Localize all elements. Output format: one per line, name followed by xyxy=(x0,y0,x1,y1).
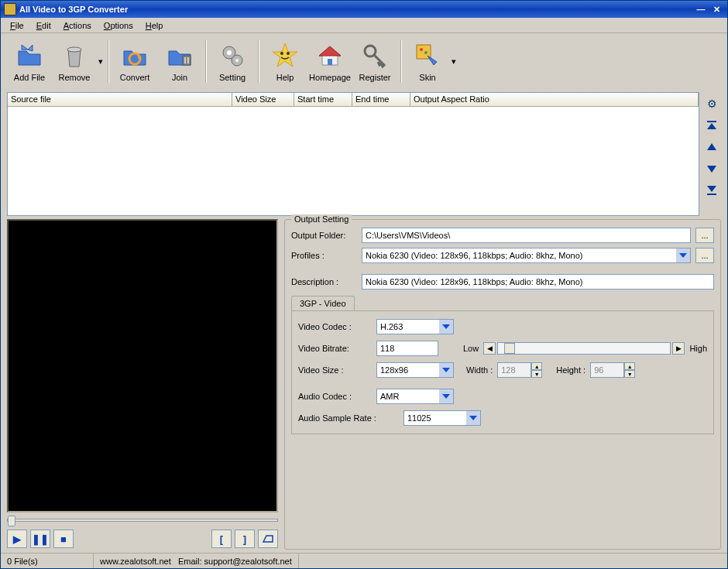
file-list[interactable]: Source file Video Size Start time End ti… xyxy=(7,92,699,216)
remove-dropdown[interactable]: ▾ xyxy=(97,57,105,67)
statusbar: 0 File(s) www.zealotsoft.net Email: supp… xyxy=(1,553,727,568)
tab-3gp-video[interactable]: 3GP - Video xyxy=(291,296,355,310)
stop-button[interactable]: ■ xyxy=(53,530,74,548)
skin-button[interactable]: Skin xyxy=(405,36,450,86)
homepage-button[interactable]: Homepage xyxy=(307,36,352,86)
svg-rect-4 xyxy=(187,57,189,63)
video-bitrate-label: Video Bitrate: xyxy=(298,344,372,353)
bitrate-slider[interactable]: ◀ ▶ xyxy=(483,342,685,355)
menu-file[interactable]: File xyxy=(4,19,30,32)
menu-options[interactable]: Options xyxy=(98,19,139,32)
separator xyxy=(258,40,259,83)
content-area: Source file Video Size Start time End ti… xyxy=(1,89,727,553)
close-button[interactable]: ✕ xyxy=(709,2,724,16)
svg-point-10 xyxy=(287,52,290,55)
clear-marks-button[interactable] xyxy=(258,530,278,548)
seek-thumb[interactable] xyxy=(8,516,15,526)
play-button[interactable]: ▶ xyxy=(7,530,27,548)
video-size-combo[interactable]: 128x96 xyxy=(376,362,454,378)
profiles-value: Nokia 6230 (Video: 128x96, 118kbps; Audi… xyxy=(362,249,676,262)
width-label: Width : xyxy=(466,365,493,375)
chevron-down-icon[interactable] xyxy=(439,363,453,377)
output-folder-label: Output Folder: xyxy=(291,231,357,240)
col-start[interactable]: Start time xyxy=(294,93,352,106)
register-button[interactable]: Register xyxy=(352,36,397,86)
audio-rate-combo[interactable]: 11025 xyxy=(403,410,481,426)
join-button[interactable]: Join xyxy=(157,36,202,86)
folder-add-icon xyxy=(14,40,45,71)
down-icon[interactable]: ▼ xyxy=(531,370,542,378)
height-spinner[interactable]: ▲▼ xyxy=(590,362,637,378)
chevron-down-icon[interactable] xyxy=(676,249,690,262)
col-end[interactable]: End time xyxy=(352,93,410,106)
audio-rate-value: 11025 xyxy=(404,412,466,424)
chevron-down-icon[interactable] xyxy=(439,389,453,403)
separator xyxy=(108,40,109,83)
separator xyxy=(205,40,207,83)
height-value xyxy=(590,362,624,378)
menu-help[interactable]: Help xyxy=(139,19,170,32)
skin-dropdown[interactable]: ▾ xyxy=(450,57,458,67)
browse-folder-button[interactable]: ... xyxy=(695,228,714,243)
video-bitrate-input[interactable] xyxy=(376,341,438,356)
slider-thumb[interactable] xyxy=(504,343,515,354)
mark-out-button[interactable]: ] xyxy=(235,530,255,548)
col-video-size[interactable]: Video Size xyxy=(232,93,294,106)
audio-codec-combo[interactable]: AMR xyxy=(376,389,454,404)
chevron-down-icon[interactable] xyxy=(439,320,453,334)
move-bottom-icon[interactable] xyxy=(703,182,720,199)
profiles-more-button[interactable]: ... xyxy=(695,248,714,263)
video-codec-label: Video Codec : xyxy=(298,322,372,331)
skin-icon xyxy=(412,40,443,71)
move-down-icon[interactable] xyxy=(703,160,720,177)
seek-slider[interactable] xyxy=(7,512,278,528)
audio-codec-label: Audio Codec : xyxy=(298,392,372,401)
svg-point-14 xyxy=(420,48,423,51)
chevron-down-icon[interactable] xyxy=(466,411,480,425)
move-up-icon[interactable] xyxy=(703,139,720,156)
convert-label: Convert xyxy=(120,73,150,82)
titlebar[interactable]: All Video to 3GP Converter — ✕ xyxy=(1,1,727,18)
lower-area: ▶ ❚❚ ■ [ ] Output Setting Output Folder:… xyxy=(7,219,721,550)
audio-rate-label: Audio Sample Rate : xyxy=(298,413,399,423)
status-url: www.zealotsoft.net Email: support@zealot… xyxy=(94,554,299,568)
slider-right-icon[interactable]: ▶ xyxy=(672,342,685,355)
description-label: Description : xyxy=(291,277,357,286)
app-window: All Video to 3GP Converter — ✕ File Edit… xyxy=(0,0,728,569)
add-file-button[interactable]: Add File xyxy=(7,36,52,86)
col-source[interactable]: Source file xyxy=(8,93,232,106)
col-aspect[interactable]: Output Aspect Ratio xyxy=(410,93,699,106)
trash-icon xyxy=(59,40,90,71)
star-help-icon xyxy=(270,40,300,71)
up-icon[interactable]: ▲ xyxy=(624,362,635,370)
profiles-combo[interactable]: Nokia 6230 (Video: 128x96, 118kbps; Audi… xyxy=(362,248,691,263)
toolbar: Add File Remove ▾ Convert Join Setting H… xyxy=(1,33,727,89)
svg-point-15 xyxy=(424,51,428,54)
homepage-label: Homepage xyxy=(309,73,351,82)
home-icon xyxy=(314,40,345,71)
setting-button[interactable]: Setting xyxy=(210,36,255,86)
help-button[interactable]: Help xyxy=(263,36,307,86)
output-folder-input[interactable] xyxy=(362,228,691,243)
slider-left-icon[interactable]: ◀ xyxy=(483,342,496,355)
minimize-button[interactable]: — xyxy=(693,2,709,16)
join-label: Join xyxy=(172,73,187,82)
menu-edit[interactable]: Edit xyxy=(30,19,57,32)
width-spinner[interactable]: ▲▼ xyxy=(497,362,544,378)
convert-button[interactable]: Convert xyxy=(112,36,157,86)
remove-button[interactable]: Remove xyxy=(52,36,97,86)
down-icon[interactable]: ▼ xyxy=(624,370,635,378)
video-codec-combo[interactable]: H.263 xyxy=(376,319,454,334)
menu-actions[interactable]: Actions xyxy=(57,19,98,32)
description-input[interactable] xyxy=(362,274,714,290)
up-icon[interactable]: ▲ xyxy=(531,362,542,370)
svg-rect-2 xyxy=(183,56,191,65)
pause-button[interactable]: ❚❚ xyxy=(30,530,50,548)
video-preview[interactable] xyxy=(7,219,278,512)
move-top-icon[interactable] xyxy=(703,117,720,134)
mark-in-button[interactable]: [ xyxy=(211,530,232,548)
list-settings-icon[interactable]: ⚙ xyxy=(703,95,720,112)
output-setting-panel: Output Setting Output Folder: ... Profil… xyxy=(284,219,721,550)
list-side-buttons: ⚙ xyxy=(702,92,721,216)
video-size-value: 128x96 xyxy=(377,364,439,376)
